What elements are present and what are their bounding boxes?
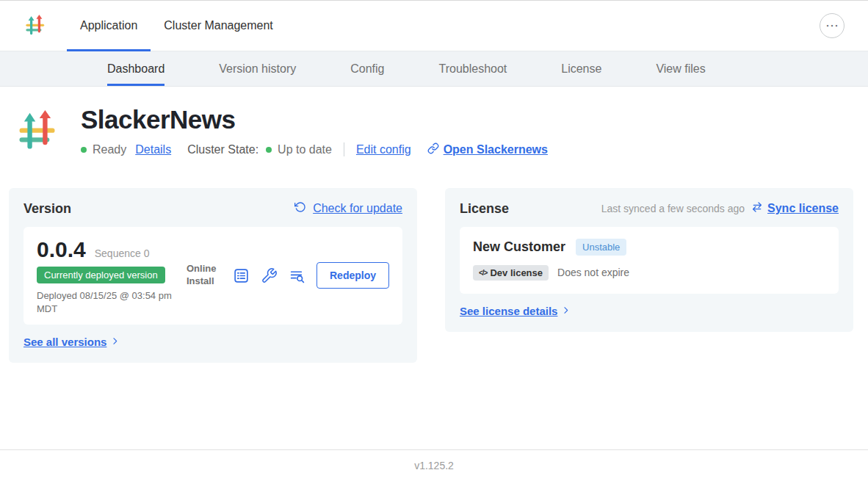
redeploy-button[interactable]: Redeploy <box>317 262 389 289</box>
edit-config-wrench-icon[interactable] <box>261 267 278 284</box>
see-all-versions-link[interactable]: See all versions <box>23 336 402 348</box>
subnav-item-view-files[interactable]: View files <box>656 51 705 86</box>
tab-cluster-management[interactable]: Cluster Management <box>151 1 286 51</box>
sync-license-label: Sync license <box>767 202 839 215</box>
see-license-details-label: See license details <box>460 305 557 317</box>
chevron-right-icon <box>110 336 120 348</box>
top-navbar: Application Cluster Management ⋯ <box>0 0 868 51</box>
sync-arrows-icon <box>751 201 763 216</box>
customer-name: New Customer <box>473 239 565 255</box>
install-type-label: Online Install <box>187 263 222 288</box>
subnav-version-history-label: Version history <box>219 62 296 76</box>
top-nav-tabs: Application Cluster Management <box>67 1 286 51</box>
ready-status-text: Ready <box>93 143 126 156</box>
current-version-box: 0.0.4 Sequence 0 Currently deployed vers… <box>23 227 402 325</box>
version-number: 0.0.4 <box>37 237 86 262</box>
cluster-state-label: Cluster State: <box>187 143 258 156</box>
open-app-link[interactable]: Open Slackernews <box>427 142 548 157</box>
open-app-link-label: Open Slackernews <box>444 143 548 156</box>
subnav-item-dashboard[interactable]: Dashboard <box>107 51 164 86</box>
ellipsis-icon: ⋯ <box>825 19 839 32</box>
link-chain-icon <box>427 142 439 157</box>
version-card-title: Version <box>23 201 71 217</box>
cluster-state-dot <box>266 147 272 153</box>
app-subnav: Dashboard Version history Config Trouble… <box>0 51 868 87</box>
app-logo-icon-large <box>16 110 59 153</box>
chevron-right-icon <box>561 305 571 317</box>
app-logo-icon <box>24 15 46 37</box>
admin-console-page: Application Cluster Management ⋯ Dashboa… <box>0 0 868 481</box>
subnav-item-license[interactable]: License <box>561 51 601 86</box>
more-options-button[interactable]: ⋯ <box>820 13 845 38</box>
edit-config-link[interactable]: Edit config <box>356 143 411 156</box>
console-version: v1.125.2 <box>414 460 454 471</box>
code-icon: </> <box>479 269 487 277</box>
refresh-icon <box>294 201 306 216</box>
last-synced-text: Last synced a few seconds ago <box>601 203 745 214</box>
license-expiration: Does not expire <box>557 267 629 278</box>
dashboard-cards: Version Check for update 0.0.4 <box>9 188 859 363</box>
sequence-label: Sequence 0 <box>95 247 150 259</box>
app-header: SlackerNews Ready Details Cluster State:… <box>0 87 868 157</box>
details-link[interactable]: Details <box>135 143 171 156</box>
tab-application[interactable]: Application <box>67 1 151 51</box>
divider <box>344 142 344 156</box>
version-controls: Online Install <box>187 262 389 289</box>
see-all-versions-label: See all versions <box>23 336 106 348</box>
dashboard-main: SlackerNews Ready Details Cluster State:… <box>0 87 868 449</box>
license-type-label: Dev license <box>490 267 543 278</box>
license-type-badge: </> Dev license <box>473 265 549 281</box>
subnav-item-troubleshoot[interactable]: Troubleshoot <box>438 51 507 86</box>
subnav-item-version-history[interactable]: Version history <box>219 51 296 86</box>
license-card-title: License <box>460 201 509 217</box>
deployed-badge: Currently deployed version <box>37 267 165 283</box>
check-for-update-link[interactable]: Check for update <box>294 201 402 216</box>
sync-license-link[interactable]: Sync license <box>751 201 839 216</box>
preflight-checks-icon[interactable] <box>233 267 250 284</box>
subnav-view-files-label: View files <box>656 62 705 76</box>
deployed-timestamp: Deployed 08/15/25 @ 03:54 pm MDT <box>37 289 184 316</box>
channel-badge: Unstable <box>576 239 626 256</box>
license-card: License Last synced a few seconds ago Sy… <box>445 188 853 332</box>
ready-status-dot <box>81 147 87 153</box>
subnav-license-label: License <box>561 62 601 76</box>
app-status-row: Ready Details Cluster State: Up to date … <box>81 142 548 157</box>
subnav-dashboard-label: Dashboard <box>107 62 164 76</box>
subnav-item-config[interactable]: Config <box>350 51 384 86</box>
footer: v1.125.2 <box>0 449 868 481</box>
cluster-state-value: Up to date <box>278 143 332 156</box>
see-license-details-link[interactable]: See license details <box>460 305 839 317</box>
license-details-box: New Customer Unstable </> Dev license Do… <box>460 227 839 294</box>
tab-application-label: Application <box>80 19 137 32</box>
deploy-logs-icon[interactable] <box>289 267 305 284</box>
subnav-troubleshoot-label: Troubleshoot <box>438 62 507 76</box>
subnav-config-label: Config <box>350 62 384 76</box>
page-title: SlackerNews <box>81 106 548 134</box>
version-card: Version Check for update 0.0.4 <box>9 188 417 363</box>
tab-cluster-management-label: Cluster Management <box>164 19 273 32</box>
check-for-update-label: Check for update <box>313 202 402 215</box>
